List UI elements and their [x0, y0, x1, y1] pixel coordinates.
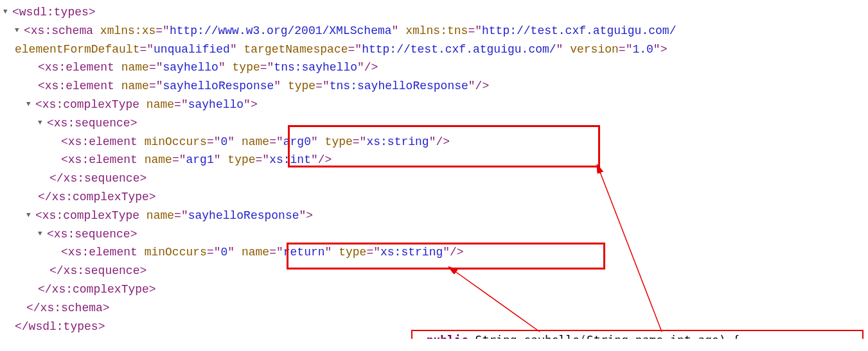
java-signature-box: public String sayhello(String name,int a…	[411, 330, 864, 339]
annotation-arrow-icon	[0, 0, 868, 339]
svg-line-0	[598, 166, 662, 332]
svg-line-1	[450, 268, 540, 332]
